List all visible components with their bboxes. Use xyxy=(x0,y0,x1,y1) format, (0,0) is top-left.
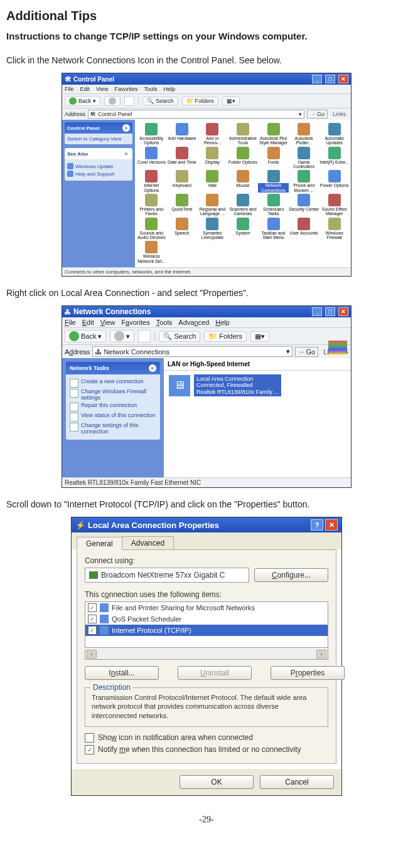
menu-view[interactable]: View xyxy=(100,319,115,326)
control-panel-item[interactable]: System xyxy=(228,217,259,241)
checkbox-icon[interactable]: ✓ xyxy=(88,626,97,635)
control-panel-item[interactable]: Folder Options xyxy=(228,146,259,170)
control-panel-item[interactable]: Network Connections xyxy=(258,169,289,193)
menu-view[interactable]: View xyxy=(96,86,108,92)
address-field[interactable]: 🛠 Control Panel▾ xyxy=(88,110,304,119)
up-button[interactable] xyxy=(138,330,151,342)
control-panel-item[interactable]: Add or Remov... xyxy=(197,122,228,146)
windows-update-link[interactable]: Windows Update xyxy=(75,164,113,169)
up-button[interactable] xyxy=(124,96,134,106)
control-panel-item[interactable]: Windows Firewall xyxy=(319,217,350,241)
control-panel-item[interactable]: Display xyxy=(197,146,228,170)
properties-button[interactable]: Properties xyxy=(271,666,345,680)
search-button[interactable]: 🔍 Search xyxy=(142,97,178,105)
control-panel-item[interactable]: Security Center xyxy=(289,193,319,217)
minimize-button[interactable]: _ xyxy=(312,75,322,83)
control-panel-item[interactable]: Intel(R) Extre... xyxy=(319,146,350,170)
maximize-button[interactable]: □ xyxy=(325,75,335,83)
network-task-link[interactable]: Create a new connection xyxy=(70,379,156,388)
control-panel-item[interactable]: Administrative Tools xyxy=(228,122,259,146)
menu-file[interactable]: File xyxy=(65,86,74,92)
menu-favorites[interactable]: Favorites xyxy=(114,86,137,92)
control-panel-item[interactable]: Internet Options xyxy=(136,169,167,193)
network-task-link[interactable]: Repair this connection xyxy=(70,403,156,411)
checkbox-icon[interactable]: ✓ xyxy=(88,603,97,612)
folders-button[interactable]: 📁 Folders xyxy=(204,331,247,342)
control-panel-item[interactable]: Scheduled Tasks xyxy=(258,193,289,217)
forward-button[interactable]: ▾ xyxy=(110,330,134,342)
address-field[interactable]: 🖧 Network Connections▾ xyxy=(92,346,292,357)
list-item[interactable]: ✓QoS Packet Scheduler xyxy=(85,613,328,625)
help-button[interactable]: ? xyxy=(311,519,323,531)
control-panel-item[interactable]: Keyboard xyxy=(167,169,198,193)
views-button[interactable]: ▦▾ xyxy=(222,97,240,105)
control-panel-item[interactable]: User Accounts xyxy=(289,217,319,241)
menu-advanced[interactable]: Advanced xyxy=(178,319,209,326)
search-button[interactable]: 🔍 Search xyxy=(159,331,200,342)
menu-tools[interactable]: Tools xyxy=(156,319,173,326)
switch-category-link[interactable]: Switch to Category View xyxy=(67,136,122,142)
control-panel-item[interactable]: Add Hardware xyxy=(167,122,198,146)
back-button[interactable]: Back ▾ xyxy=(65,330,106,342)
menu-help[interactable]: Help xyxy=(163,86,175,92)
control-panel-item[interactable]: Mouse xyxy=(228,169,259,193)
horizontal-scrollbar[interactable]: ‹ › xyxy=(85,649,328,660)
control-panel-item[interactable]: Scanners and Cameras xyxy=(228,193,259,217)
control-panel-item[interactable]: Autodesk Plot Style Manager xyxy=(258,122,289,146)
control-panel-item[interactable]: Date and Time xyxy=(167,146,198,170)
control-panel-item[interactable]: Automatic Updates xyxy=(319,122,350,146)
go-button[interactable]: →Go xyxy=(295,347,319,357)
control-panel-item[interactable] xyxy=(258,240,289,264)
tab-advanced[interactable]: Advanced xyxy=(122,536,174,549)
menu-edit[interactable]: Edit xyxy=(82,319,94,326)
control-panel-item[interactable]: Wireless Network Set... xyxy=(136,240,167,264)
network-task-link[interactable]: View status of this connection xyxy=(70,413,156,421)
configure-button[interactable]: Configure... xyxy=(254,568,328,582)
items-listbox[interactable]: ✓File and Printer Sharing for Microsoft … xyxy=(85,601,328,648)
control-panel-item[interactable]: Phone and Modem ... xyxy=(289,169,319,193)
menu-file[interactable]: File xyxy=(65,319,76,326)
local-area-connection-item[interactable]: 🖥 Local Area Connection Connected, Firew… xyxy=(169,374,346,396)
links-label[interactable]: Links xyxy=(330,111,348,117)
close-button[interactable]: ✕ xyxy=(338,307,348,316)
control-panel-item[interactable]: Symantec LiveUpdate xyxy=(197,217,228,241)
collapse-icon[interactable]: « xyxy=(122,124,130,132)
control-panel-item[interactable] xyxy=(228,240,259,264)
menu-help[interactable]: Help xyxy=(215,319,230,326)
collapse-icon[interactable]: « xyxy=(122,150,130,157)
minimize-button[interactable]: _ xyxy=(312,307,322,316)
maximize-button[interactable]: □ xyxy=(325,307,335,316)
control-panel-item[interactable]: Sound Effect Manager xyxy=(319,193,350,217)
back-button[interactable]: Back ▾ xyxy=(65,96,100,106)
network-task-link[interactable]: Change settings of this connection xyxy=(70,423,156,435)
close-button[interactable]: ✕ xyxy=(338,75,348,83)
go-button[interactable]: →Go xyxy=(307,110,328,119)
tab-general[interactable]: General xyxy=(77,537,122,550)
control-panel-item[interactable]: Accessibility Options xyxy=(136,122,167,146)
control-panel-item[interactable]: Taskbar and Start Menu xyxy=(258,217,289,241)
menu-tools[interactable]: Tools xyxy=(144,86,157,92)
control-panel-item[interactable]: QuickTime xyxy=(167,193,198,217)
control-panel-item[interactable]: Autodesk Plotter... xyxy=(289,122,319,146)
folders-button[interactable]: 📁 Folders xyxy=(182,97,218,105)
scroll-left-icon[interactable]: ‹ xyxy=(87,650,97,659)
list-item-selected[interactable]: ✓Internet Protocol (TCP/IP) xyxy=(85,625,328,636)
forward-button[interactable] xyxy=(104,96,121,106)
control-panel-item[interactable]: Regional and Language ... xyxy=(197,193,228,217)
control-panel-item[interactable] xyxy=(289,240,319,264)
install-button[interactable]: Install... xyxy=(85,666,159,680)
network-task-link[interactable]: Change Windows Firewall settings xyxy=(70,389,156,401)
views-button[interactable]: ▦▾ xyxy=(250,331,269,342)
menu-edit[interactable]: Edit xyxy=(80,86,90,92)
scroll-right-icon[interactable]: › xyxy=(316,650,326,659)
control-panel-item[interactable]: Sounds and Audio Devices xyxy=(136,217,167,241)
checkbox-icon[interactable]: ✓ xyxy=(88,615,97,623)
help-support-link[interactable]: Help and Support xyxy=(75,171,114,177)
collapse-icon[interactable]: « xyxy=(149,364,156,372)
ok-button[interactable]: OK xyxy=(180,775,254,789)
control-panel-item[interactable]: Fonts xyxy=(258,146,289,170)
control-panel-item[interactable]: Game Controllers xyxy=(289,146,319,170)
control-panel-item[interactable]: Power Options xyxy=(319,169,350,193)
control-panel-item[interactable] xyxy=(167,240,198,264)
control-panel-item[interactable]: Printers and Faxes xyxy=(136,193,167,217)
